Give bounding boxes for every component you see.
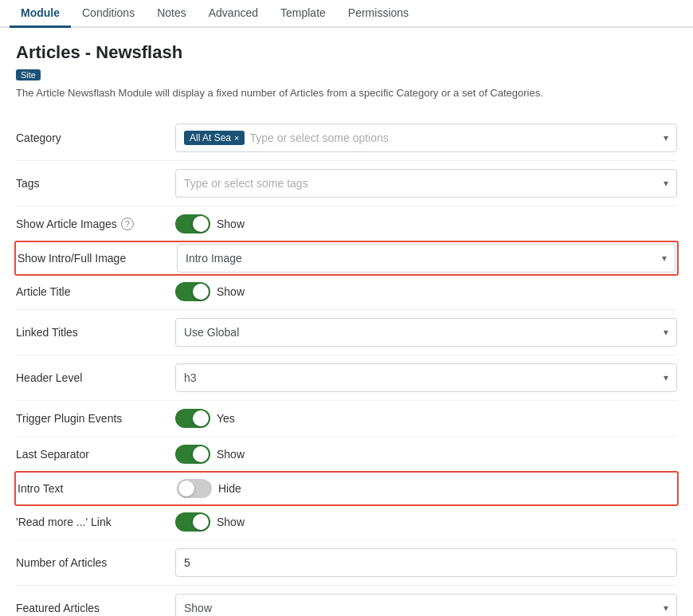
last-separator-toggle-label: Show (217, 448, 245, 461)
show-article-images-row: Show Article Images ? Show (16, 206, 677, 242)
page-content: Articles - Newsflash Site The Article Ne… (0, 28, 693, 616)
show-article-images-control: Show (175, 214, 677, 233)
number-of-articles-control (175, 548, 677, 577)
category-placeholder: Type or select some options (249, 131, 388, 144)
show-intro-full-image-row: Show Intro/Full Image Intro Image ▾ (14, 241, 679, 276)
category-select[interactable]: All At Sea × Type or select some options… (175, 124, 677, 152)
article-title-label: Article Title (16, 285, 175, 298)
read-more-link-toggle-label: Show (217, 516, 245, 528)
trigger-plugin-events-control: Yes (175, 409, 677, 428)
read-more-link-toggle[interactable] (175, 512, 210, 532)
last-separator-toggle[interactable] (175, 445, 210, 464)
tags-row: Tags Type or select some tags ▾ (16, 161, 677, 206)
intro-text-toggle-label: Hide (218, 482, 241, 495)
category-chevron-icon: ▾ (664, 132, 668, 143)
header-level-chevron-icon: ▾ (664, 372, 668, 383)
intro-text-row: Intro Text Hide (14, 471, 679, 506)
article-title-toggle-label: Show (217, 285, 245, 298)
page-title: Articles - Newsflash (16, 42, 677, 63)
intro-text-label: Intro Text (18, 482, 177, 495)
linked-titles-row: Linked Titles Use Global ▾ (16, 310, 677, 355)
last-separator-label: Last Separator (16, 448, 175, 461)
article-title-row: Article Title Show (16, 274, 677, 310)
tags-label: Tags (16, 177, 175, 190)
show-article-images-toggle-label: Show (217, 218, 245, 230)
show-intro-full-image-label: Show Intro/Full Image (18, 252, 177, 265)
trigger-plugin-events-toggle[interactable] (175, 409, 210, 428)
number-of-articles-label: Number of Articles (16, 556, 175, 569)
read-more-link-knob (193, 514, 209, 530)
category-label: Category (16, 131, 175, 144)
show-article-images-toggle-wrapper: Show (175, 214, 677, 233)
trigger-plugin-events-label: Trigger Plugin Events (16, 412, 175, 425)
read-more-link-control: Show (175, 512, 677, 532)
show-article-images-help-icon[interactable]: ? (121, 218, 134, 230)
last-separator-toggle-wrapper: Show (175, 445, 677, 464)
number-of-articles-row: Number of Articles (16, 540, 677, 586)
page-description: The Article Newsflash Module will displa… (16, 85, 677, 101)
article-title-toggle-wrapper: Show (175, 282, 677, 301)
show-article-images-knob (193, 216, 209, 232)
intro-text-toggle-wrapper: Hide (177, 479, 675, 498)
header-level-row: Header Level h3 ▾ (16, 355, 677, 401)
intro-text-knob (178, 481, 194, 496)
tab-bar: Module Conditions Notes Advanced Templat… (0, 0, 693, 28)
tab-module[interactable]: Module (10, 0, 71, 28)
tab-permissions[interactable]: Permissions (337, 0, 420, 28)
tags-chevron-icon: ▾ (664, 178, 668, 189)
intro-text-toggle[interactable] (177, 479, 212, 498)
trigger-plugin-events-toggle-label: Yes (217, 412, 235, 425)
article-title-knob (193, 284, 209, 300)
show-intro-full-image-chevron-icon: ▾ (662, 253, 667, 264)
article-title-control: Show (175, 282, 677, 301)
read-more-link-label: 'Read more ...' Link (16, 516, 175, 528)
show-intro-full-image-value: Intro Image (186, 252, 242, 265)
header-level-value: h3 (184, 371, 197, 384)
intro-text-control: Hide (177, 479, 675, 498)
category-tag-remove[interactable]: × (234, 133, 239, 143)
featured-articles-select[interactable]: Show ▾ (175, 594, 677, 617)
tab-conditions[interactable]: Conditions (71, 0, 146, 28)
last-separator-knob (193, 446, 209, 462)
number-of-articles-input[interactable] (175, 548, 677, 577)
category-row: Category All At Sea × Type or select som… (16, 116, 677, 161)
header-level-control: h3 ▾ (175, 363, 677, 392)
category-tag: All At Sea × (184, 131, 245, 145)
category-tag-label: All At Sea (190, 132, 231, 143)
tags-placeholder: Type or select some tags (184, 177, 308, 190)
trigger-plugin-events-knob (193, 410, 209, 426)
last-separator-control: Show (175, 445, 677, 464)
tags-select[interactable]: Type or select some tags ▾ (175, 169, 677, 198)
featured-articles-control: Show ▾ (175, 594, 677, 617)
tab-advanced[interactable]: Advanced (198, 0, 269, 28)
show-article-images-label: Show Article Images ? (16, 218, 175, 230)
show-intro-full-image-select[interactable]: Intro Image ▾ (177, 244, 675, 273)
show-intro-full-image-control: Intro Image ▾ (177, 244, 675, 273)
featured-articles-row: Featured Articles Show ▾ (16, 586, 677, 617)
category-control: All At Sea × Type or select some options… (175, 124, 677, 152)
trigger-plugin-events-toggle-wrapper: Yes (175, 409, 677, 428)
trigger-plugin-events-row: Trigger Plugin Events Yes (16, 401, 677, 437)
linked-titles-control: Use Global ▾ (175, 318, 677, 347)
read-more-link-row: 'Read more ...' Link Show (16, 504, 677, 540)
featured-articles-chevron-icon: ▾ (664, 602, 668, 614)
linked-titles-chevron-icon: ▾ (664, 327, 668, 338)
linked-titles-select[interactable]: Use Global ▾ (175, 318, 677, 347)
featured-articles-label: Featured Articles (16, 602, 175, 614)
read-more-link-toggle-wrapper: Show (175, 512, 677, 532)
featured-articles-value: Show (184, 602, 212, 614)
header-level-label: Header Level (16, 371, 175, 384)
last-separator-row: Last Separator Show (16, 437, 677, 473)
show-article-images-toggle[interactable] (175, 214, 210, 233)
linked-titles-label: Linked Titles (16, 326, 175, 339)
site-badge: Site (16, 69, 41, 80)
linked-titles-value: Use Global (184, 326, 239, 339)
tab-notes[interactable]: Notes (146, 0, 198, 28)
article-title-toggle[interactable] (175, 282, 210, 301)
tags-control: Type or select some tags ▾ (175, 169, 677, 198)
header-level-select[interactable]: h3 ▾ (175, 363, 677, 392)
tab-template[interactable]: Template (269, 0, 337, 28)
